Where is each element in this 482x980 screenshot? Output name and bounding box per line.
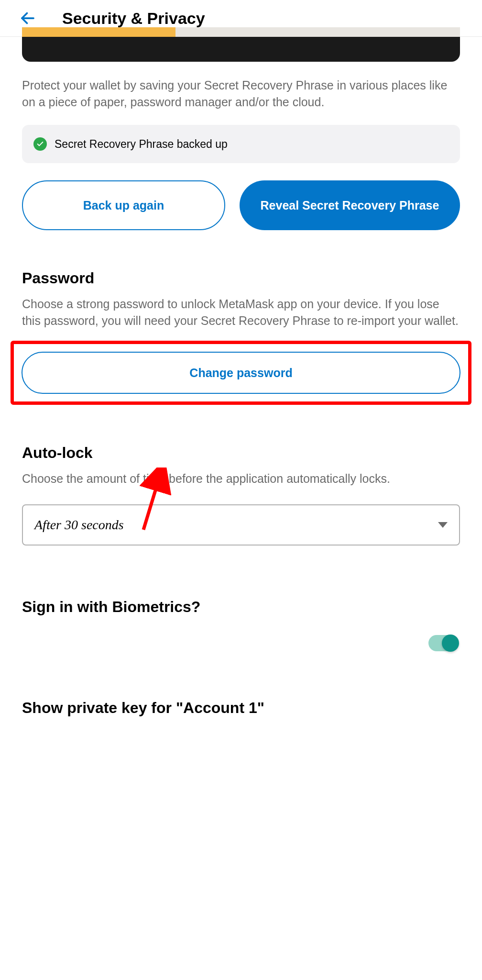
password-description: Choose a strong password to unlock MetaM… [22, 296, 460, 329]
change-password-button[interactable]: Change password [22, 352, 460, 394]
autolock-select[interactable]: After 30 seconds [22, 504, 460, 546]
autolock-selected-value: After 30 seconds [34, 517, 124, 533]
backup-again-button[interactable]: Back up again [22, 180, 225, 230]
chevron-down-icon [438, 522, 448, 528]
highlight-annotation: Change password [11, 341, 471, 405]
main-content: Protect your wallet by saving your Secre… [0, 37, 482, 717]
autolock-section: Auto-lock Choose the amount of time befo… [22, 444, 460, 546]
page-title: Security & Privacy [62, 9, 205, 28]
media-preview-bar [22, 37, 460, 62]
biometrics-section: Sign in with Biometrics? [22, 598, 460, 651]
arrow-left-icon [19, 10, 36, 27]
biometrics-toggle-row [22, 635, 460, 651]
reveal-recovery-phrase-button[interactable]: Reveal Secret Recovery Phrase [240, 180, 460, 230]
back-button[interactable] [18, 9, 37, 28]
autolock-description: Choose the amount of time before the app… [22, 470, 460, 487]
backup-status-card: Secret Recovery Phrase backed up [22, 125, 460, 163]
recovery-button-row: Back up again Reveal Secret Recovery Phr… [22, 180, 460, 230]
autolock-title: Auto-lock [22, 444, 460, 462]
toggle-knob [442, 635, 459, 652]
biometrics-toggle[interactable] [428, 635, 458, 651]
private-key-section: Show private key for "Account 1" [22, 699, 460, 717]
recovery-phrase-description: Protect your wallet by saving your Secre… [22, 77, 460, 111]
password-section: Password Choose a strong password to unl… [22, 269, 460, 405]
biometrics-title: Sign in with Biometrics? [22, 598, 460, 616]
private-key-title: Show private key for "Account 1" [22, 699, 460, 717]
password-title: Password [22, 269, 460, 287]
backup-status-text: Secret Recovery Phrase backed up [55, 138, 228, 151]
check-circle-icon [33, 137, 47, 151]
